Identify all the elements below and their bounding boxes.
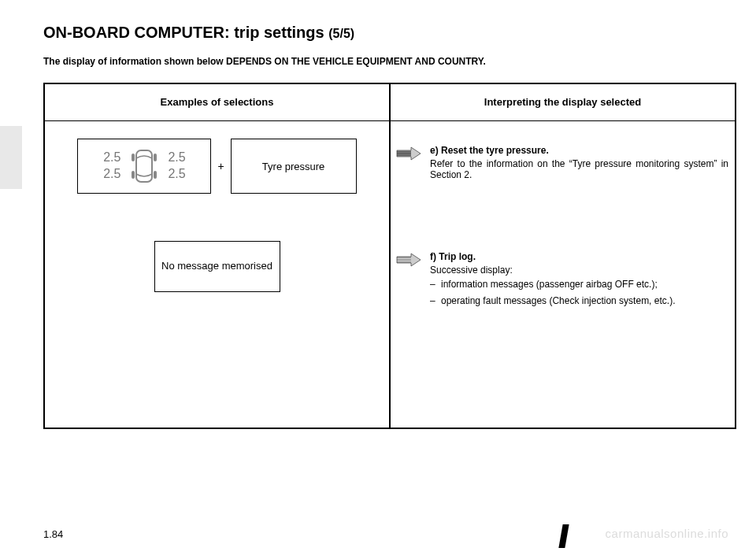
examples-cell: 2.5 2.5 2.5 <box>44 121 390 428</box>
title-sub: (5/5) <box>328 27 354 40</box>
item-f-label: f) <box>430 251 436 262</box>
arrow-right-icon <box>395 146 422 161</box>
page-content: ON-BOARD COMPUTER: trip settings (5/5) T… <box>0 0 756 429</box>
crop-mark <box>558 524 569 548</box>
depends-note: The display of information shown below D… <box>43 56 728 67</box>
interp-text-e: e) Reset the tyre pressure. Refer to the… <box>430 145 728 180</box>
plus-sign: + <box>217 160 224 172</box>
watermark: carmanualsonline.info <box>606 527 728 540</box>
no-message-text: No message memorised <box>161 259 272 273</box>
tyre-label: Tyre pressure <box>262 161 324 172</box>
header-interpreting: Interpreting the display selected <box>390 83 736 121</box>
no-message-box: No message memorised <box>154 241 280 292</box>
item-e-title: Reset the tyre pressure. <box>441 145 549 156</box>
tyre-value-rr: 2.5 <box>168 166 185 183</box>
svg-rect-4 <box>154 171 157 179</box>
tyre-values-right: 2.5 2.5 <box>168 150 185 183</box>
interpretation-cell: e) Reset the tyre pressure. Refer to the… <box>390 121 736 428</box>
tyre-values-left: 2.5 2.5 <box>103 150 120 183</box>
header-examples: Examples of selections <box>44 83 390 121</box>
item-f-bullet1: information messages (passenger airbag O… <box>430 279 728 290</box>
interp-item-f: f) Trip log. Successive display: informa… <box>391 251 735 312</box>
title-main: ON-BOARD COMPUTER: trip settings <box>43 24 324 41</box>
table-row: 2.5 2.5 2.5 <box>44 121 736 428</box>
item-e-label: e) <box>430 145 439 156</box>
page-number: 1.84 <box>43 528 63 540</box>
item-f-title: Trip log. <box>439 251 476 262</box>
svg-rect-2 <box>154 154 157 161</box>
tyre-value-fl: 2.5 <box>103 150 120 166</box>
svg-rect-1 <box>132 154 135 161</box>
page-title: ON-BOARD COMPUTER: trip settings (5/5) <box>43 24 728 42</box>
car-top-icon <box>124 146 165 187</box>
tyre-label-box: Tyre pressure <box>231 139 357 194</box>
item-f-list: information messages (passenger airbag O… <box>430 279 728 306</box>
item-f-sub: Successive display: <box>430 265 728 276</box>
tyre-pressure-row: 2.5 2.5 2.5 <box>45 139 389 194</box>
tyre-display-box: 2.5 2.5 2.5 <box>77 139 211 194</box>
interp-item-e: e) Reset the tyre pressure. Refer to the… <box>391 145 735 180</box>
arrow-right-icon <box>395 253 422 267</box>
tyre-value-rl: 2.5 <box>103 166 120 183</box>
interp-text-f: f) Trip log. Successive display: informa… <box>430 251 728 312</box>
table-header-row: Examples of selections Interpreting the … <box>44 83 736 121</box>
svg-rect-3 <box>132 171 135 179</box>
item-f-bullet2: operating fault messages (Check injectio… <box>430 295 728 306</box>
item-e-body: Refer to the information on the “Tyre pr… <box>430 158 728 180</box>
main-table: Examples of selections Interpreting the … <box>43 83 736 429</box>
tyre-value-fr: 2.5 <box>168 150 185 166</box>
svg-rect-0 <box>136 150 152 182</box>
